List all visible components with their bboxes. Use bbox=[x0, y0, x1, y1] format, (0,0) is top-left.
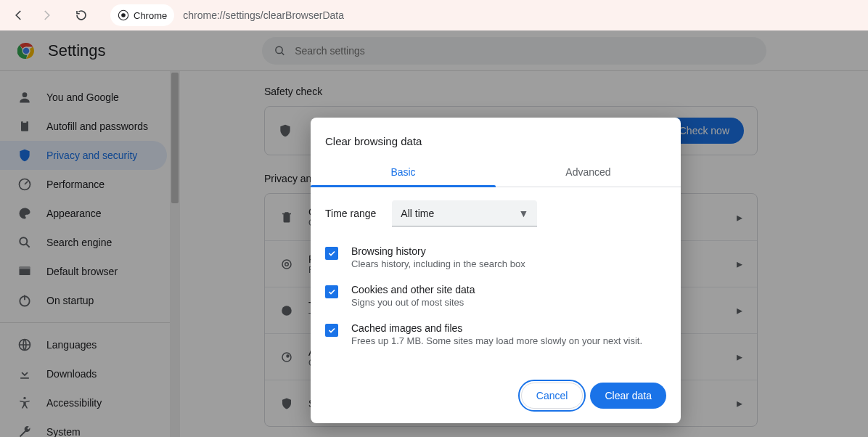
cancel-button[interactable]: Cancel bbox=[521, 383, 584, 409]
browser-toolbar: Chrome chrome://settings/clearBrowserDat… bbox=[0, 0, 868, 30]
tab-advanced[interactable]: Advanced bbox=[496, 158, 681, 187]
dialog-tabs: Basic Advanced bbox=[311, 158, 681, 187]
tab-basic[interactable]: Basic bbox=[311, 158, 496, 187]
option-cached-files[interactable]: Cached images and filesFrees up 1.7 MB. … bbox=[325, 315, 666, 354]
checkbox-checked-icon[interactable] bbox=[325, 247, 338, 260]
time-range-label: Time range bbox=[325, 208, 376, 219]
dropdown-arrow-icon: ▼ bbox=[518, 208, 528, 219]
time-range-select[interactable]: All time ▼ bbox=[392, 200, 537, 226]
svg-point-1 bbox=[121, 13, 126, 17]
option-browsing-history[interactable]: Browsing historyClears history, includin… bbox=[325, 238, 666, 277]
chrome-icon bbox=[118, 9, 129, 21]
clear-browsing-data-dialog: Clear browsing data Basic Advanced Time … bbox=[311, 118, 681, 423]
site-chip[interactable]: Chrome bbox=[110, 4, 174, 26]
site-chip-label: Chrome bbox=[134, 10, 167, 21]
forward-button[interactable] bbox=[35, 4, 58, 27]
checkbox-checked-icon[interactable] bbox=[325, 324, 338, 337]
checkbox-checked-icon[interactable] bbox=[325, 285, 338, 298]
settings-page: Settings You and Google Autofill and pas… bbox=[0, 30, 868, 437]
clear-data-button[interactable]: Clear data bbox=[590, 383, 666, 409]
address-url[interactable]: chrome://settings/clearBrowserData bbox=[183, 9, 344, 21]
reload-button[interactable] bbox=[70, 4, 93, 27]
dialog-title: Clear browsing data bbox=[311, 135, 681, 158]
option-cookies[interactable]: Cookies and other site dataSigns you out… bbox=[325, 277, 666, 315]
time-range-value: All time bbox=[401, 208, 434, 219]
back-button[interactable] bbox=[7, 4, 30, 27]
